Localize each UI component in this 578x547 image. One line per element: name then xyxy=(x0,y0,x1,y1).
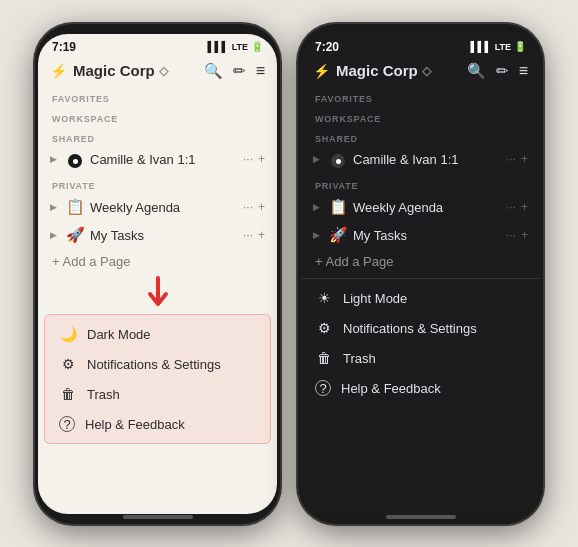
chevron-icon-dark-3: ▶ xyxy=(313,230,323,240)
status-icons-light: ▌▌▌ LTE 🔋 xyxy=(207,41,263,52)
ellipsis-icon[interactable]: ··· xyxy=(243,152,253,166)
status-bar-light: 7:19 ▌▌▌ LTE 🔋 xyxy=(38,34,277,56)
time-light: 7:19 xyxy=(52,40,76,54)
edit-icon-dark[interactable]: ✏ xyxy=(496,62,509,80)
app-header-dark: ⚡ Magic Corp ◇ 🔍 ✏ ≡ xyxy=(301,56,540,86)
add-icon-2[interactable]: + xyxy=(258,200,265,214)
private-label-light: PRIVATE xyxy=(38,173,277,193)
item-actions: ··· + xyxy=(243,152,265,166)
help-icon-dark: ? xyxy=(315,380,331,396)
help-icon-light: ? xyxy=(59,416,75,432)
workspace-label-dark: WORKSPACE xyxy=(301,106,540,126)
add-icon-3[interactable]: + xyxy=(258,228,265,242)
item-actions-dark: ··· + xyxy=(506,152,528,166)
private-label-dark: PRIVATE xyxy=(301,173,540,193)
workspace-caret-dark: ◇ xyxy=(422,64,431,78)
ellipsis-icon-3[interactable]: ··· xyxy=(243,228,253,242)
light-mode-item[interactable]: ☀ Light Mode xyxy=(301,283,540,313)
favorites-label-light: FAVORITES xyxy=(38,86,277,106)
add-icon-dark-2[interactable]: + xyxy=(521,200,528,214)
weekly-agenda-light[interactable]: ▶ 📋 Weekly Agenda ··· + xyxy=(38,193,277,221)
ellipsis-icon-dark-3[interactable]: ··· xyxy=(506,228,516,242)
sidebar-light: FAVORITES WORKSPACE SHARED ▶ Camille & I… xyxy=(38,86,277,514)
workspace-name-dark[interactable]: Magic Corp ◇ xyxy=(336,62,461,79)
workspace-label-light: WORKSPACE xyxy=(38,106,277,126)
bottom-menu-light: 🌙 Dark Mode ⚙ Notifications & Settings 🗑… xyxy=(44,314,271,444)
app-header-light: ⚡ Magic Corp ◇ 🔍 ✏ ≡ xyxy=(38,56,277,86)
time-dark: 7:20 xyxy=(315,40,339,54)
shared-item-1-light[interactable]: ▶ Camille & Ivan 1:1 ··· + xyxy=(38,146,277,174)
rocket-icon-dark: 🚀 xyxy=(329,226,347,244)
ellipsis-icon-dark-2[interactable]: ··· xyxy=(506,200,516,214)
gear-icon-dark: ⚙ xyxy=(315,320,333,336)
weekly-agenda-dark[interactable]: ▶ 📋 Weekly Agenda ··· + xyxy=(301,193,540,221)
item-actions-2: ··· + xyxy=(243,200,265,214)
search-icon-dark[interactable]: 🔍 xyxy=(467,62,486,80)
bolt-icon-dark: ⚡ xyxy=(313,63,330,79)
gear-icon-light: ⚙ xyxy=(59,356,77,372)
ellipsis-icon-2[interactable]: ··· xyxy=(243,200,253,214)
arrow-container xyxy=(38,276,277,312)
chevron-icon: ▶ xyxy=(50,154,60,164)
header-icons-light: 🔍 ✏ ≡ xyxy=(204,62,265,80)
status-bar-dark: 7:20 ▌▌▌ LTE 🔋 xyxy=(301,34,540,56)
menu-icon-light[interactable]: ≡ xyxy=(256,62,265,80)
trash-item-light[interactable]: 🗑 Trash xyxy=(45,379,270,409)
folder-icon-light: 📋 xyxy=(66,198,84,216)
status-icons-dark: ▌▌▌ LTE 🔋 xyxy=(470,41,526,52)
sidebar-dark: FAVORITES WORKSPACE SHARED ▶ Camille & I… xyxy=(301,86,540,514)
sun-icon: ☀ xyxy=(315,290,333,306)
chevron-icon-dark-2: ▶ xyxy=(313,202,323,212)
my-tasks-light[interactable]: ▶ 🚀 My Tasks ··· + xyxy=(38,221,277,249)
scene: 7:19 ▌▌▌ LTE 🔋 ⚡ Magic Corp ◇ 🔍 ✏ ≡ xyxy=(25,14,553,534)
favorites-label-dark: FAVORITES xyxy=(301,86,540,106)
home-bar-light xyxy=(123,515,193,519)
dark-mode-item[interactable]: 🌙 Dark Mode xyxy=(45,319,270,349)
add-page-dark[interactable]: + Add a Page xyxy=(301,249,540,274)
workspace-name-light[interactable]: Magic Corp ◇ xyxy=(73,62,198,79)
add-icon-dark-3[interactable]: + xyxy=(521,228,528,242)
trash-icon-light: 🗑 xyxy=(59,386,77,402)
ellipsis-icon-dark[interactable]: ··· xyxy=(506,152,516,166)
folder-icon-dark: 📋 xyxy=(329,198,347,216)
bolt-icon-light: ⚡ xyxy=(50,63,67,79)
chevron-icon-dark: ▶ xyxy=(313,154,323,164)
my-tasks-dark[interactable]: ▶ 🚀 My Tasks ··· + xyxy=(301,221,540,249)
phone-light: 7:19 ▌▌▌ LTE 🔋 ⚡ Magic Corp ◇ 🔍 ✏ ≡ xyxy=(35,24,280,524)
edit-icon-light[interactable]: ✏ xyxy=(233,62,246,80)
chevron-icon-2: ▶ xyxy=(50,202,60,212)
shared-item-1-dark[interactable]: ▶ Camille & Ivan 1:1 ··· + xyxy=(301,146,540,174)
item-actions-dark-3: ··· + xyxy=(506,228,528,242)
trash-icon-dark: 🗑 xyxy=(315,350,333,366)
add-icon-dark[interactable]: + xyxy=(521,152,528,166)
eye-icon xyxy=(66,151,84,169)
help-item-light[interactable]: ? Help & Feedback xyxy=(45,409,270,439)
chevron-icon-3: ▶ xyxy=(50,230,60,240)
notifications-item-light[interactable]: ⚙ Notifications & Settings xyxy=(45,349,270,379)
shared-label-dark: SHARED xyxy=(301,126,540,146)
trash-item-dark[interactable]: 🗑 Trash xyxy=(301,343,540,373)
shared-label-light: SHARED xyxy=(38,126,277,146)
notifications-item-dark[interactable]: ⚙ Notifications & Settings xyxy=(301,313,540,343)
moon-icon: 🌙 xyxy=(59,326,77,342)
header-icons-dark: 🔍 ✏ ≡ xyxy=(467,62,528,80)
home-bar-dark xyxy=(386,515,456,519)
item-actions-dark-2: ··· + xyxy=(506,200,528,214)
item-actions-3: ··· + xyxy=(243,228,265,242)
workspace-caret-light: ◇ xyxy=(159,64,168,78)
help-item-dark[interactable]: ? Help & Feedback xyxy=(301,373,540,403)
down-arrow-icon xyxy=(142,276,174,312)
add-icon[interactable]: + xyxy=(258,152,265,166)
add-page-light[interactable]: + Add a Page xyxy=(38,249,277,274)
menu-icon-dark[interactable]: ≡ xyxy=(519,62,528,80)
bottom-menu-dark: ☀ Light Mode ⚙ Notifications & Settings … xyxy=(301,278,540,407)
search-icon-light[interactable]: 🔍 xyxy=(204,62,223,80)
rocket-icon-light: 🚀 xyxy=(66,226,84,244)
phone-dark: 7:20 ▌▌▌ LTE 🔋 ⚡ Magic Corp ◇ 🔍 ✏ ≡ xyxy=(298,24,543,524)
eye-icon-dark xyxy=(329,151,347,169)
